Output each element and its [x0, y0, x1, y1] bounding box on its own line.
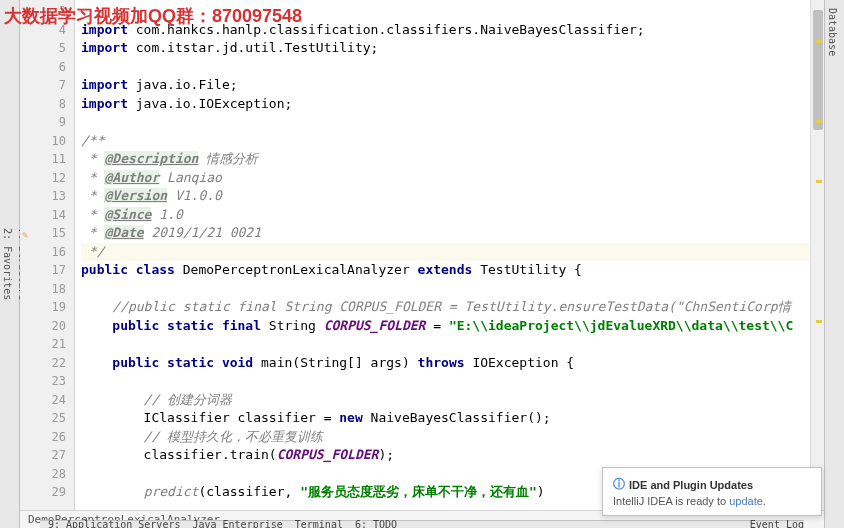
- line-number[interactable]: 4: [20, 21, 66, 40]
- code-line[interactable]: import com.itstar.jd.util.TestUtility;: [81, 39, 810, 58]
- code-token: public static void: [112, 355, 261, 370]
- gutter: 3456789101112131415✎1617▶1819202122▶2324…: [20, 0, 75, 510]
- bottom-tab-appservers[interactable]: 9: Application Servers: [48, 519, 180, 528]
- code-line[interactable]: [81, 58, 810, 77]
- code-token: NaiveBayesClassifier();: [371, 410, 551, 425]
- code-line[interactable]: public class DemoPerceptronLexicalAnalyz…: [81, 261, 810, 280]
- notification-update-link[interactable]: update: [729, 495, 763, 507]
- info-icon: ⓘ: [613, 476, 625, 493]
- code-content[interactable]: import com.hankcs.hanlp.classification.c…: [75, 0, 810, 510]
- code-line[interactable]: IClassifier classifier = new NaiveBayesC…: [81, 409, 810, 428]
- line-number[interactable]: 22▶: [20, 354, 66, 373]
- code-token: [81, 484, 144, 499]
- scrollbar-mark: [816, 320, 822, 323]
- editor-scrollbar[interactable]: [810, 0, 824, 510]
- bottom-tab-todo[interactable]: 6: TODO: [355, 519, 397, 528]
- line-number[interactable]: 9: [20, 113, 66, 132]
- code-line[interactable]: * @Date 2019/1/21 0021: [81, 224, 810, 243]
- code-line[interactable]: * @Since 1.0: [81, 206, 810, 225]
- code-line[interactable]: [81, 372, 810, 391]
- right-tab-maven[interactable]: Maven: [840, 0, 844, 528]
- code-token: public class: [81, 262, 183, 277]
- line-number[interactable]: 13: [20, 187, 66, 206]
- line-number[interactable]: 16: [20, 243, 66, 262]
- code-token: main(String[] args): [261, 355, 418, 370]
- scrollbar-mark: [816, 40, 822, 43]
- code-token: @Description: [104, 151, 198, 166]
- line-number[interactable]: 19: [20, 298, 66, 317]
- code-token: [81, 355, 112, 370]
- line-number[interactable]: 12: [20, 169, 66, 188]
- code-token: // 创建分词器: [81, 392, 232, 407]
- line-number[interactable]: 17▶: [20, 261, 66, 280]
- code-line[interactable]: * @Author Lanqiao: [81, 169, 810, 188]
- code-line[interactable]: * @Version V1.0.0: [81, 187, 810, 206]
- code-line[interactable]: * @Description 情感分析: [81, 150, 810, 169]
- code-line[interactable]: [81, 335, 810, 354]
- bottom-toolbar: 9: Application Servers Java Enterprise T…: [40, 520, 804, 528]
- ide-window: 2: Favorites 7: Structure 6: Web 3456789…: [0, 0, 844, 528]
- code-line[interactable]: //public static final String CORPUS_FOLD…: [81, 298, 810, 317]
- code-line[interactable]: import com.hankcs.hanlp.classification.c…: [81, 21, 810, 40]
- code-token: String: [269, 318, 324, 333]
- line-number[interactable]: 18: [20, 280, 66, 299]
- scrollbar-mark: [816, 180, 822, 183]
- scrollbar-mark: [816, 120, 822, 123]
- code-line[interactable]: /**: [81, 132, 810, 151]
- code-token: */: [81, 244, 104, 259]
- line-number[interactable]: 10: [20, 132, 66, 151]
- code-line[interactable]: // 模型持久化，不必重复训练: [81, 428, 810, 447]
- bottom-tab-eventlog[interactable]: Event Log: [750, 519, 804, 528]
- line-number[interactable]: 21: [20, 335, 66, 354]
- code-line[interactable]: // 创建分词器: [81, 391, 810, 410]
- code-token: @Since: [104, 207, 151, 222]
- code-token: predict: [144, 484, 199, 499]
- line-number[interactable]: 7: [20, 76, 66, 95]
- line-number[interactable]: 14: [20, 206, 66, 225]
- line-number[interactable]: 25: [20, 409, 66, 428]
- code-line[interactable]: import java.io.IOException;: [81, 95, 810, 114]
- code-token: V1.0.0: [167, 188, 222, 203]
- line-number[interactable]: 26: [20, 428, 66, 447]
- code-line[interactable]: classifier.train(CORPUS_FOLDER);: [81, 446, 810, 465]
- code-token: "E:\\ideaProject\\jdEvalueXRD\\data\\tes…: [449, 318, 793, 333]
- code-line[interactable]: import java.io.File;: [81, 76, 810, 95]
- line-number[interactable]: 15✎: [20, 224, 66, 243]
- code-line[interactable]: public static final String CORPUS_FOLDER…: [81, 317, 810, 336]
- line-number[interactable]: 24: [20, 391, 66, 410]
- code-token: ): [537, 484, 545, 499]
- line-number[interactable]: 20: [20, 317, 66, 336]
- notification-title: ⓘ IDE and Plugin Updates: [613, 476, 811, 493]
- code-scroll: 3456789101112131415✎1617▶1819202122▶2324…: [20, 0, 824, 510]
- bottom-tab-javaee[interactable]: Java Enterprise: [192, 519, 282, 528]
- code-token: IClassifier classifier =: [81, 410, 339, 425]
- line-number[interactable]: 6: [20, 58, 66, 77]
- line-number[interactable]: 27: [20, 446, 66, 465]
- line-number[interactable]: 5: [20, 39, 66, 58]
- code-line[interactable]: */: [81, 243, 810, 262]
- code-token: classifier.train(: [81, 447, 277, 462]
- bottom-tab-terminal[interactable]: Terminal: [295, 519, 343, 528]
- code-line[interactable]: public static void main(String[] args) t…: [81, 354, 810, 373]
- scrollbar-thumb[interactable]: [813, 10, 823, 130]
- right-tab-database[interactable]: Database: [825, 0, 840, 528]
- code-line[interactable]: [81, 2, 810, 21]
- line-number[interactable]: 3: [20, 2, 66, 21]
- notification-title-text: IDE and Plugin Updates: [629, 479, 753, 491]
- code-token: );: [378, 447, 394, 462]
- line-number[interactable]: 8: [20, 95, 66, 114]
- code-line[interactable]: [81, 113, 810, 132]
- code-token: //public static final String CORPUS_FOLD…: [81, 299, 791, 314]
- left-tab-favorites[interactable]: 2: Favorites: [0, 220, 15, 308]
- code-token: @Date: [104, 225, 143, 240]
- line-number[interactable]: 23: [20, 372, 66, 391]
- line-number[interactable]: 11: [20, 150, 66, 169]
- code-line[interactable]: [81, 280, 810, 299]
- code-token: CORPUS_FOLDER: [277, 447, 379, 462]
- code-token: /**: [81, 133, 104, 148]
- line-number[interactable]: 29: [20, 483, 66, 502]
- code-token: "服务员态度恶劣，床单不干净，还有血": [300, 484, 537, 499]
- code-token: import: [81, 22, 136, 37]
- code-token: 1.0: [151, 207, 182, 222]
- line-number[interactable]: 28: [20, 465, 66, 484]
